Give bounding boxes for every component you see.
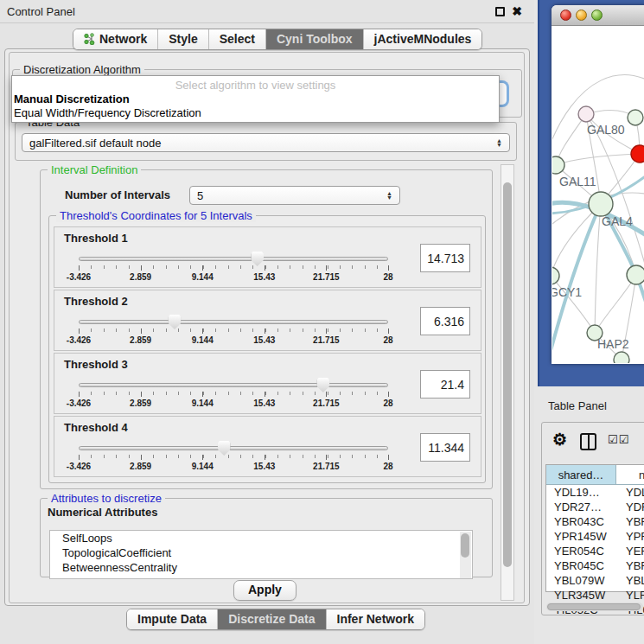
node-red[interactable] (631, 145, 644, 163)
slider-track[interactable] (79, 446, 388, 450)
slider-track[interactable] (79, 320, 388, 324)
threshold-slider[interactable]: -3.4262.8599.14415.4321.71528 (79, 383, 388, 409)
table-row[interactable]: YDR27…YDR2 (546, 500, 644, 514)
slider-thumb[interactable] (168, 315, 181, 329)
tab-infer-network[interactable]: Infer Network (326, 609, 424, 629)
threshold-row: Threshold 2 -3.4262.8599.14415.4321.7152… (54, 290, 481, 351)
table-toolbar: ⚙ ☑☑ (542, 423, 644, 461)
table-data-group: Table Data galFiltered.sif default node … (15, 122, 517, 161)
threshold-slider[interactable]: -3.4262.8599.14415.4321.71528 (79, 320, 388, 346)
screen: Control Panel ✖ Network (0, 0, 644, 644)
node-table: shared… na YDL19…YDL1 YDR27…YDR2 YBR043C… (545, 464, 644, 592)
select-columns-icon[interactable]: ☑☑ (608, 433, 629, 446)
node-label: GAL80 (587, 123, 625, 137)
threshold-label: Threshold 2 (64, 295, 128, 308)
threshold-value-field[interactable]: 21.4 (420, 370, 470, 399)
slider-thumb[interactable] (316, 378, 329, 392)
panel-scrollbar[interactable] (501, 164, 514, 601)
table-row[interactable]: YER054CYER0 (546, 544, 644, 558)
slider-thumb[interactable] (218, 441, 231, 456)
slider-scale-labels: -3.4262.8599.14415.4321.71528 (79, 272, 388, 283)
network-canvas[interactable]: GAL80 G GAL11 C GAL4 GCY1 H HAP2 (552, 27, 644, 363)
threshold-value-field[interactable]: 6.316 (420, 307, 470, 335)
table-hscrollbar-thumb[interactable] (547, 603, 641, 610)
combo-stepper-icon: ▲▼ (386, 191, 392, 200)
attributes-title: Attributes to discretize (48, 492, 165, 505)
discretization-algorithm-title: Discretization Algorithm (20, 63, 144, 76)
table-row[interactable]: YBR045CYBR0 (546, 558, 644, 573)
node-gal80[interactable] (578, 106, 594, 122)
threshold-row: Threshold 1 -3.4262.8599.14415.4321.7152… (54, 226, 481, 288)
num-intervals-combo[interactable]: 5 ▲▼ (189, 186, 400, 205)
option-equal-width-frequency[interactable]: Equal Width/Frequency Discretization (14, 106, 201, 119)
threshold-value-field[interactable]: 14.713 (420, 244, 470, 272)
float-window-icon[interactable] (495, 7, 505, 16)
tab-impute-data[interactable]: Impute Data (127, 609, 217, 629)
node-g[interactable] (628, 110, 643, 125)
column-header-shared-name[interactable]: shared… (546, 465, 616, 484)
tab-jactivemnodules[interactable]: jActiveMNodules (363, 29, 482, 49)
slider-scale-labels: -3.4262.8599.14415.4321.71528 (79, 335, 388, 346)
threshold-label: Threshold 3 (64, 358, 128, 371)
table-header-row: shared… na (546, 465, 644, 485)
node-label: GCY1 (552, 285, 582, 299)
tab-style[interactable]: Style (157, 29, 207, 49)
node-label: GAL11 (559, 175, 596, 188)
threshold-slider[interactable]: -3.4262.8599.14415.4321.71528 (79, 446, 388, 472)
slider-track[interactable] (79, 383, 388, 387)
table-row[interactable]: YBL079WYBL0 (546, 573, 644, 588)
list-item[interactable]: SelfLoops (50, 531, 472, 545)
slider-track[interactable] (79, 257, 388, 261)
thresholds-title: Threshold's Coordinates for 5 Intervals (56, 209, 256, 222)
gear-icon[interactable]: ⚙ (552, 430, 567, 450)
close-traffic-light-icon[interactable] (560, 10, 571, 21)
slider-ticks (79, 392, 388, 397)
table-data-combo-value: galFiltered.sif default node (29, 137, 161, 150)
tab-cyni-toolbox[interactable]: Cyni Toolbox (265, 29, 363, 49)
table-row[interactable]: YPR145WYPR1 (546, 529, 644, 544)
list-scrollbar[interactable] (460, 532, 471, 578)
tab-network[interactable]: Network (73, 29, 157, 49)
column-header-name[interactable]: na (616, 465, 644, 484)
list-scrollbar-thumb[interactable] (461, 533, 469, 558)
algorithm-hint: Select algorithm to view settings (12, 79, 499, 92)
slider-ticks (79, 328, 388, 334)
num-intervals-label: Number of Intervals (65, 188, 170, 201)
network-graph: GAL80 G GAL11 C GAL4 GCY1 H HAP2 (552, 27, 644, 363)
tab-discretize-data[interactable]: Discretize Data (217, 609, 325, 629)
table-row[interactable]: YBR043CYBR0 (546, 514, 644, 529)
algorithm-dropdown-popup: Select algorithm to view settings Manual… (11, 75, 500, 123)
combo-stepper-icon: ▲▼ (496, 138, 502, 147)
table-hscrollbar[interactable] (546, 603, 643, 611)
zoom-traffic-light-icon[interactable] (591, 10, 603, 21)
panel-title: Control Panel (7, 5, 75, 18)
slider-thumb[interactable] (251, 252, 264, 266)
apply-button[interactable]: Apply (233, 580, 296, 601)
node-gcy1[interactable] (552, 267, 559, 284)
threshold-value-field[interactable]: 11.344 (420, 433, 470, 462)
interval-definition-group: Interval Definition Number of Intervals … (40, 169, 493, 489)
numerical-attributes-list[interactable]: SelfLoops TopologicalCoefficient Between… (49, 530, 473, 579)
node-gal4[interactable] (589, 192, 613, 216)
table-row[interactable]: YDL19…YDL1 (546, 485, 644, 500)
panel-scrollbar-thumb[interactable] (503, 182, 512, 567)
close-icon[interactable]: ✖ (512, 6, 522, 16)
columns-icon[interactable] (580, 433, 596, 450)
table-row[interactable]: YLR345WYLR3 (546, 588, 644, 603)
tab-select[interactable]: Select (208, 29, 265, 49)
numerical-attributes-label: Numerical Attributes (48, 506, 157, 519)
node-gal11[interactable] (552, 156, 564, 174)
node-bottom[interactable] (614, 352, 629, 363)
interval-definition-title: Interval Definition (48, 163, 141, 176)
node-h[interactable] (627, 265, 644, 284)
minimize-traffic-light-icon[interactable] (576, 10, 587, 21)
table-data-combo[interactable]: galFiltered.sif default node ▲▼ (22, 133, 510, 152)
list-item[interactable]: TopologicalCoefficient (50, 545, 472, 560)
tab-label: Network (99, 32, 147, 46)
list-item[interactable]: BetweennessCentrality (50, 560, 472, 575)
table-panel-header: Table Panel (534, 386, 644, 421)
threshold-slider[interactable]: -3.4262.8599.14415.4321.71528 (79, 257, 388, 283)
bottom-tabstrip: Impute Data Discretize Data Infer Networ… (126, 609, 425, 630)
option-manual-discretization[interactable]: Manual Discretization (14, 92, 130, 105)
threshold-row: Threshold 4 -3.4262.8599.14415.4321.7152… (54, 416, 481, 477)
